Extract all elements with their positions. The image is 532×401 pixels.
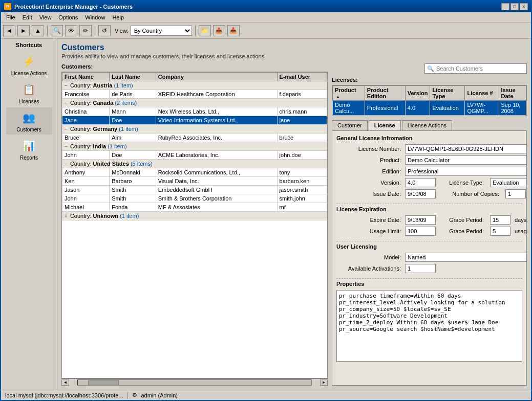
menu-window[interactable]: Window <box>82 14 108 21</box>
user-licensing-title: User Licensing <box>336 243 522 250</box>
shortcut-licenses[interactable]: 📋 Licenses <box>6 79 52 106</box>
scroll-right-arrow[interactable]: ► <box>320 380 328 386</box>
shortcut-reports[interactable]: 📊 Reports <box>6 136 52 163</box>
tab-bar: Customer License License Actions <box>332 120 527 130</box>
scroll-thumb[interactable] <box>88 380 119 385</box>
issue-copies-group: 9/10/08 Number of Copies: 1 <box>405 189 526 198</box>
table-row[interactable]: Francoise de Paris XRFID Healthcare Corp… <box>62 90 327 99</box>
licenses-table[interactable]: Product ▲ Product Edition Version Licens… <box>332 85 527 116</box>
license-type-value: Evaluation <box>490 178 527 187</box>
scroll-left-arrow[interactable]: ◄ <box>61 380 69 386</box>
minimize-button[interactable]: _ <box>501 3 509 10</box>
action-btn-2[interactable]: 📤 <box>213 25 225 36</box>
table-row[interactable]: Christina Mann Nex Wireless Labs, Ltd., … <box>62 107 327 116</box>
activations-row: Available Activations: 1 <box>336 264 522 273</box>
search-box: 🔍 <box>424 63 527 74</box>
menu-file[interactable]: File <box>3 14 18 21</box>
licenses-panel-title: Licenses: <box>332 77 527 83</box>
menu-options[interactable]: Options <box>55 14 81 21</box>
customers-panel-title: Customers: <box>61 63 328 70</box>
cell-firstname: Francoise <box>62 90 110 99</box>
cell-lastname: Doe <box>110 151 156 160</box>
cell-email: john.doe <box>277 151 327 160</box>
lic-version: 4.0 <box>405 101 430 116</box>
grace-usages-unit: usages <box>515 228 527 234</box>
menu-view[interactable]: View <box>36 14 55 21</box>
forward-button[interactable]: ► <box>17 25 30 36</box>
expire-grace-row: Expire Date: 9/13/09 Grace Period: 15 da… <box>336 215 522 225</box>
cell-email: jane <box>277 116 327 125</box>
up-button[interactable]: ▲ <box>32 25 44 36</box>
user-icon: ⚙ <box>132 392 137 398</box>
shortcut-license-actions[interactable]: ⚡ License Actions <box>6 51 52 78</box>
license-row[interactable]: Demo Calcu... Professional 4.0 Evaluatio… <box>333 101 526 116</box>
menu-help[interactable]: Help <box>109 14 127 21</box>
edit-button[interactable]: ✏ <box>79 25 92 36</box>
country-group-row[interactable]: − Country: Austria (1 item) <box>62 81 327 90</box>
table-row[interactable]: John Smith Smith & Brothers Corporation … <box>62 194 327 203</box>
usage-grace2-group: 100 Grace Period: 5 usages <box>405 227 527 236</box>
col-email: E-mail User <box>277 73 327 81</box>
shortcut-license-actions-label: License Actions <box>11 71 47 76</box>
view-button[interactable]: 👁 <box>65 25 77 36</box>
lic-col-edition: Product Edition <box>365 86 405 101</box>
search-icon: 🔍 <box>427 65 434 72</box>
cell-company: XRFID Healthcare Corporation <box>156 90 277 99</box>
country-group-row[interactable]: − Country: India (1 item) <box>62 142 327 151</box>
customers-table[interactable]: First Name Last Name Company E-mail User… <box>61 72 328 378</box>
horizontal-scrollbar[interactable]: ◄ ► <box>61 378 328 386</box>
table-row[interactable]: Bruce Alm RubyRed Associates, Inc. bruce <box>62 133 327 142</box>
license-actions-icon: ⚡ <box>21 53 37 70</box>
scroll-track[interactable] <box>77 380 312 386</box>
shortcuts-title: Shortcuts <box>16 42 42 48</box>
menu-edit[interactable]: Edit <box>19 14 35 21</box>
table-row[interactable]: Anthony McDonnald Rocksolid Communicatio… <box>62 168 327 177</box>
cell-email: tony <box>277 168 327 177</box>
table-row[interactable]: Jane Doe Video Information Systems Ltd.,… <box>62 116 327 125</box>
cell-company: Video Information Systems Ltd., <box>156 116 277 125</box>
issue-date-label: Issue Date: <box>336 191 403 197</box>
cell-company: MF & Assosiates <box>156 203 277 212</box>
table-row[interactable]: Michael Fonda MF & Assosiates mf <box>62 203 327 212</box>
table-row[interactable]: Ken Barbaro Visual Data, Inc. barbaro.ke… <box>62 177 327 186</box>
product-value: Demo Calculator <box>405 155 527 165</box>
close-button[interactable]: × <box>520 3 528 10</box>
lic-edition: Professional <box>365 101 405 116</box>
properties-section: Properties pr_purchase_timeframe=Within … <box>336 281 522 362</box>
cell-firstname: John <box>62 151 110 160</box>
expiration-title: License Expiration <box>336 206 522 212</box>
divider-1 <box>336 204 522 204</box>
table-row[interactable]: John Doe ACME Laboratories, Inc. john.do… <box>62 151 327 160</box>
search-input[interactable] <box>436 65 524 72</box>
back-button[interactable]: ◄ <box>3 25 15 36</box>
model-value: Named <box>405 253 527 262</box>
version-type-row: Version: 4.0 License Type: Evaluation <box>336 178 522 187</box>
country-group-row[interactable]: − Country: United States (5 items) <box>62 160 327 168</box>
maximize-button[interactable]: □ <box>510 3 519 10</box>
model-label: Model: <box>336 254 403 260</box>
cell-company: Embeddedsoft GmbH <box>156 186 277 194</box>
lic-col-num: License # <box>465 86 499 101</box>
search-button[interactable]: 🔍 <box>51 25 63 36</box>
shortcut-customers-label: Customers <box>16 127 41 132</box>
lic-num: LV7WI-QGMP... <box>465 101 499 116</box>
country-group-row[interactable]: − Country: Germany (1 item) <box>62 125 327 133</box>
action-btn-1[interactable]: 📁 <box>199 25 211 36</box>
country-group-row[interactable]: + Country: Unknown (1 item) <box>62 212 327 220</box>
shortcut-customers[interactable]: 👥 Customers <box>6 107 52 135</box>
tab-license-actions[interactable]: License Actions <box>402 120 452 130</box>
view-dropdown[interactable]: By Country By Name By Company <box>131 26 192 36</box>
grace-period2-value: 5 <box>490 227 510 236</box>
cell-email: barbaro.ken <box>277 177 327 186</box>
refresh-button[interactable]: ↺ <box>98 25 111 36</box>
properties-box[interactable]: pr_purchase_timeframe=Within 60 days pr_… <box>336 290 522 362</box>
tab-license[interactable]: License <box>369 120 401 130</box>
activations-value: 1 <box>405 264 436 273</box>
version-label: Version: <box>336 180 403 186</box>
cell-firstname: Bruce <box>62 133 110 142</box>
country-group-row[interactable]: − Country: Canada (2 items) <box>62 99 327 107</box>
licenses-section: Licenses: Product ▲ Product Edition Vers… <box>332 77 527 120</box>
action-btn-3[interactable]: 📥 <box>227 25 240 36</box>
tab-customer[interactable]: Customer <box>332 120 368 130</box>
table-row[interactable]: Jason Smith Embeddedsoft GmbH jason.smit… <box>62 186 327 194</box>
